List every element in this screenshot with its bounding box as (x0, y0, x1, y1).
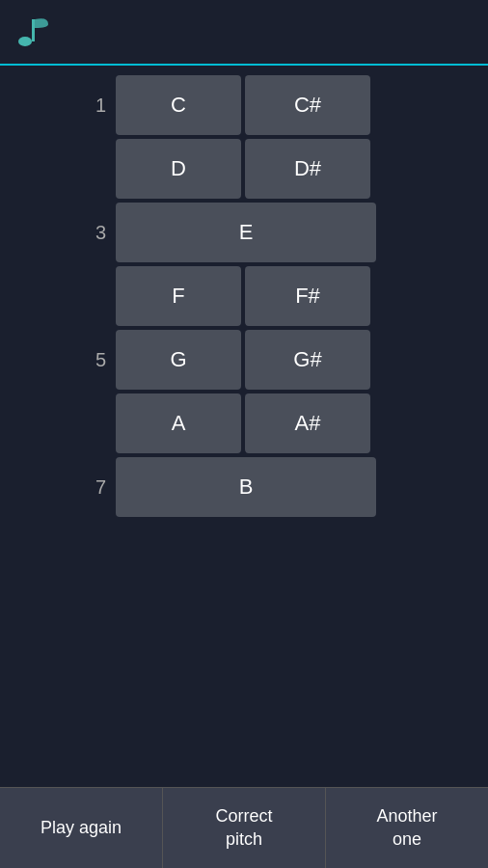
notes-grid: 1CC#DD#3EFF#5GG#AA#7B (19, 75, 488, 517)
note-row: 5GG# (19, 330, 488, 390)
note-button-a[interactable]: A (116, 393, 241, 453)
note-row: 3E (19, 203, 488, 262)
row-number: 3 (19, 222, 116, 244)
note-button-e[interactable]: E (116, 203, 376, 262)
correct-pitch-button[interactable]: Correctpitch (163, 787, 326, 868)
note-button-fsharp[interactable]: F# (245, 266, 370, 326)
svg-point-0 (18, 37, 32, 46)
note-button-b[interactable]: B (116, 457, 376, 517)
note-row: FF# (19, 266, 488, 326)
note-row: DD# (19, 139, 488, 199)
play-again-button[interactable]: Play again (0, 787, 163, 868)
music-note-icon (15, 14, 50, 49)
note-button-csharp[interactable]: C# (245, 75, 370, 135)
bottom-bar: Play againCorrectpitchAnotherone (0, 787, 488, 868)
another-one-button[interactable]: Anotherone (326, 787, 488, 868)
row-number: 1 (19, 95, 116, 117)
note-row: AA# (19, 393, 488, 453)
note-button-dsharp[interactable]: D# (245, 139, 370, 199)
note-button-gsharp[interactable]: G# (245, 330, 370, 390)
note-button-c[interactable]: C (116, 75, 241, 135)
note-row: 1CC# (19, 75, 488, 135)
note-button-g[interactable]: G (116, 330, 241, 390)
note-button-asharp[interactable]: A# (245, 393, 370, 453)
note-button-d[interactable]: D (116, 139, 241, 199)
row-number: 7 (19, 476, 116, 499)
note-button-f[interactable]: F (116, 266, 241, 326)
main-content: 1CC#DD#3EFF#5GG#AA#7B (0, 66, 488, 787)
note-row: 7B (19, 457, 488, 517)
svg-rect-1 (32, 19, 35, 41)
row-number: 5 (19, 349, 116, 371)
header (0, 0, 488, 66)
